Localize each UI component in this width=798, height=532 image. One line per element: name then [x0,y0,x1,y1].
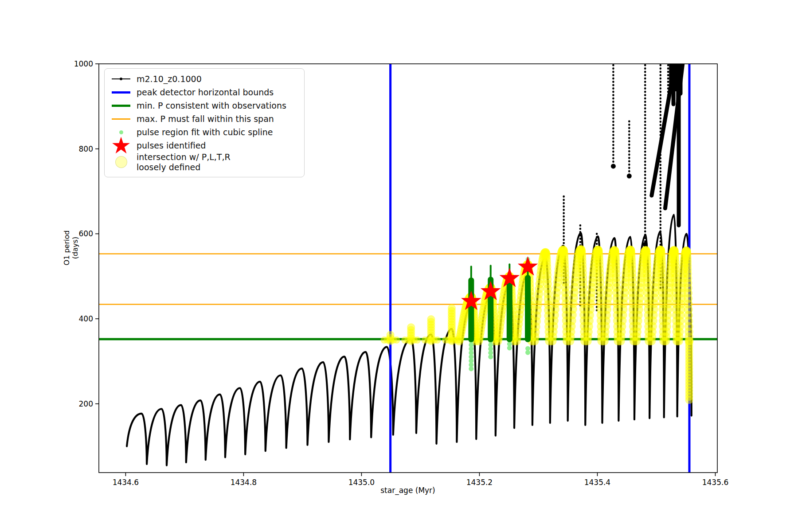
x-tick-label: 1435.2 [466,478,493,487]
legend-row-peak-bounds: peak detector horizontal bounds [107,86,300,99]
legend-row-pulse-region: pulse region fit with cubic spline [107,125,300,139]
x-axis-label: star_age (Myr) [364,486,452,495]
legend-label: m2.10_z0.1000 [137,74,202,84]
x-tick-label: 1435.6 [702,478,728,487]
legend-row-series: m2.10_z0.1000 [107,72,300,86]
legend-label: max. P must fall within this span [137,114,274,124]
y-tick-label: 1000 [74,59,93,68]
legend-label: pulses identified [137,141,206,151]
yellow-circle-icon [107,156,135,168]
legend-row-min-p: min. P consistent with observations [107,99,300,112]
legend-label: min. P consistent with observations [137,101,286,111]
legend-row-pulses: ★ pulses identified [107,139,300,152]
legend-row-max-p: max. P must fall within this span [107,112,300,125]
legend: m2.10_z0.1000 peak detector horizontal b… [104,68,305,177]
y-axis-label: O1 period (days) [63,219,79,277]
series-line-icon [107,78,135,79]
green-line-icon [107,105,135,107]
legend-row-intersection: intersection w/ P,L,T,R loosely defined [107,152,300,172]
x-tick-label: 1435.4 [584,478,610,487]
orange-line-icon [107,118,135,120]
blue-line-icon [107,91,135,94]
y-tick-label: 600 [79,229,93,238]
legend-label: peak detector horizontal bounds [137,87,274,98]
y-tick-label: 800 [79,145,93,153]
y-tick-label: 400 [79,314,93,323]
red-star-icon: ★ [107,139,135,152]
y-tick-label: 200 [79,399,93,408]
x-tick-label: 1435.0 [348,478,375,487]
legend-label: pulse region fit with cubic spline [137,127,273,137]
x-tick-label: 1434.6 [113,478,139,487]
x-tick-label: 1434.8 [231,478,257,487]
legend-label: intersection w/ P,L,T,R loosely defined [137,152,231,172]
yellow-intersection-markers [381,245,694,404]
figure: 1434.61434.81435.01435.21435.41435.62004… [0,0,798,532]
